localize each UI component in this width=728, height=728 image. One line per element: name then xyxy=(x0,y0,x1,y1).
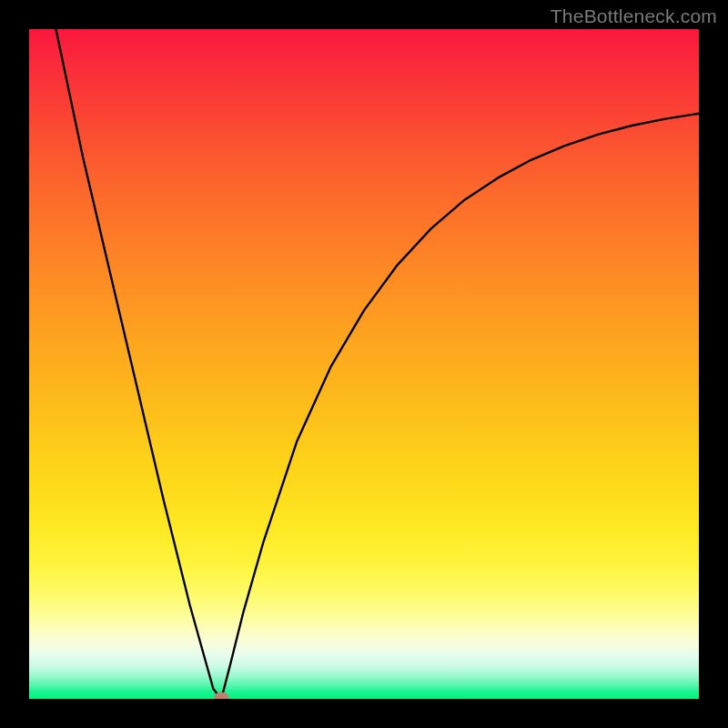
chart-frame: TheBottleneck.com xyxy=(0,0,728,728)
plot-area xyxy=(29,29,699,699)
watermark-text: TheBottleneck.com xyxy=(551,5,717,27)
curve-layer xyxy=(29,29,699,699)
bottleneck-curve xyxy=(56,29,699,699)
